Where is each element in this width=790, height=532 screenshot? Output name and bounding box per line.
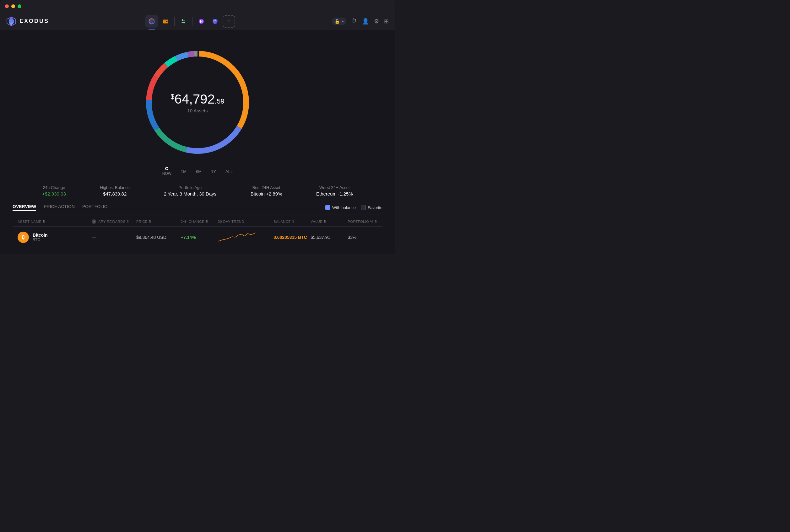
with-balance-checkbox[interactable]: ✓: [325, 205, 330, 210]
tabs: OVERVIEW PRICE ACTION PORTFOLIO: [13, 204, 108, 211]
time-selector: NOW 1M 6M 1Y ALL: [162, 167, 233, 176]
shield-icon: [212, 18, 219, 25]
svg-point-8: [215, 20, 216, 21]
donut-chart: $64,792.59 10 Assets: [138, 43, 257, 162]
stat-best-24h: Best 24H Asset Bitcoin +2.89%: [250, 185, 282, 196]
minimize-button[interactable]: [11, 4, 15, 8]
asset-cell-btc: ₿ Bitcoin BTC: [18, 232, 92, 243]
btc-icon: ₿: [18, 232, 29, 243]
nav-wallet[interactable]: [159, 15, 172, 27]
nav-shield[interactable]: [209, 15, 221, 27]
nav-portfolio[interactable]: [145, 15, 158, 27]
sort-apy-icon: ⇅: [127, 220, 129, 223]
assets-count: 10 Assets: [170, 108, 224, 113]
sort-portfolio-icon: ⇅: [375, 220, 377, 223]
stat-highest-value: $47,839.82: [100, 191, 130, 196]
stat-worst-label: Worst 24H Asset: [316, 185, 353, 190]
tab-overview[interactable]: OVERVIEW: [13, 204, 36, 211]
filter-with-balance[interactable]: ✓ With balance: [325, 205, 356, 210]
profile-icon[interactable]: 👤: [362, 18, 369, 25]
btc-sparkline: [218, 230, 274, 244]
btc-name-group: Bitcoin BTC: [33, 232, 48, 242]
stats-row: 24h Change +$2,930.03 Highest Balance $4…: [13, 185, 382, 196]
tabs-row: OVERVIEW PRICE ACTION PORTFOLIO ✓ With b…: [13, 204, 382, 214]
nav-right: 🔒 ● ⏱ 👤 ⚙ ⊞: [332, 18, 389, 25]
toggle-switch: ●: [342, 19, 344, 23]
th-portfolio[interactable]: PORTFOLIO % ⇅: [347, 220, 377, 224]
donut-center-text: $64,792.59 10 Assets: [170, 92, 224, 113]
stat-24h-value: +$2,930.03: [42, 191, 66, 196]
stat-24h-label: 24h Change: [42, 185, 66, 190]
th-asset-name[interactable]: ASSET NAME ⇅: [18, 220, 92, 224]
currency-symbol: $: [170, 93, 174, 100]
svg-marker-2: [9, 17, 14, 20]
checkmark-icon: ✓: [326, 206, 329, 209]
time-dot-circle: [165, 167, 168, 170]
nft-icon: [198, 18, 205, 25]
stat-age-value: 2 Year, 3 Month, 30 Days: [164, 191, 217, 196]
stat-highest-balance: Highest Balance $47,839.82: [100, 185, 130, 196]
btc-balance: 0.60205315 BTC: [274, 235, 311, 240]
filter-favorite[interactable]: Favorite: [361, 205, 382, 210]
favorite-checkbox[interactable]: [361, 205, 366, 210]
nav-center: +: [145, 15, 235, 27]
btc-portfolio: 33%: [347, 235, 377, 240]
sort-change-icon: ⇅: [206, 220, 208, 223]
th-value[interactable]: VALUE ⇅: [311, 220, 347, 224]
with-balance-label: With balance: [332, 205, 356, 210]
th-30day-trend: 30 DAY TREND: [218, 220, 274, 224]
time-now-label: NOW: [162, 171, 171, 176]
close-button[interactable]: [5, 4, 9, 8]
btc-symbol: ₿: [22, 234, 24, 240]
svg-rect-6: [166, 21, 168, 22]
btc-value: $5,637.91: [311, 235, 347, 240]
wallet-icon: [162, 18, 169, 25]
sort-balance-icon: ⇅: [292, 220, 295, 223]
btc-apy: —: [92, 235, 136, 240]
sort-value-icon: ⇅: [324, 220, 326, 223]
top-nav: EXODUS: [0, 13, 395, 30]
exodus-logo-icon: [6, 16, 16, 26]
btc-ticker: BTC: [33, 238, 48, 242]
stat-best-label: Best 24H Asset: [250, 185, 282, 190]
btc-change: +7.14%: [181, 235, 218, 240]
th-balance[interactable]: BALANCE ⇅: [274, 220, 311, 224]
table-row[interactable]: ₿ Bitcoin BTC — $9,364.48 USD +7.14% 0.6…: [13, 226, 382, 248]
btc-price: $9,364.48 USD: [136, 235, 181, 240]
nav-add-button[interactable]: +: [223, 15, 235, 27]
th-price[interactable]: PRICE ⇅: [136, 220, 181, 224]
lock-icon: 🔒: [334, 19, 340, 24]
main-content: $64,792.59 10 Assets NOW 1M 6M 1Y ALL 24…: [0, 30, 395, 254]
table-header: ASSET NAME ⇅ ? APY REWARDS ⇅ PRICE ⇅ 24H…: [13, 217, 382, 226]
tab-price-action[interactable]: PRICE ACTION: [44, 204, 75, 211]
th-apy-rewards[interactable]: ? APY REWARDS ⇅: [92, 220, 136, 224]
nav-nft[interactable]: [195, 15, 208, 27]
svg-marker-3: [9, 23, 14, 26]
btc-name: Bitcoin: [33, 232, 48, 238]
chart-area: $64,792.59 10 Assets NOW 1M 6M 1Y ALL: [13, 36, 382, 179]
stat-worst-24h: Worst 24H Asset Ethereum -1,25%: [316, 185, 353, 196]
maximize-button[interactable]: [18, 4, 21, 8]
apps-icon[interactable]: ⊞: [384, 18, 389, 25]
tab-portfolio[interactable]: PORTFOLIO: [82, 204, 108, 211]
time-6m[interactable]: 6M: [196, 169, 202, 174]
title-bar: [0, 0, 395, 13]
portfolio-icon: [148, 18, 155, 25]
logo: EXODUS: [6, 16, 49, 26]
time-all[interactable]: ALL: [225, 169, 233, 174]
history-icon[interactable]: ⏱: [351, 18, 357, 24]
time-1y[interactable]: 1Y: [211, 169, 216, 174]
stat-24h-change: 24h Change +$2,930.03: [42, 185, 66, 196]
favorite-label: Favorite: [368, 205, 382, 210]
stat-best-value: Bitcoin +2.89%: [250, 191, 282, 196]
tab-filters: ✓ With balance Favorite: [325, 205, 382, 210]
sort-asset-icon: ⇅: [43, 220, 45, 223]
time-1m[interactable]: 1M: [181, 169, 187, 174]
th-24h-change[interactable]: 24H CHANGE ⇅: [181, 220, 218, 224]
time-now[interactable]: NOW: [162, 167, 171, 176]
lock-toggle[interactable]: 🔒 ●: [332, 18, 346, 25]
nav-divider-2: [192, 17, 192, 26]
settings-icon[interactable]: ⚙: [374, 18, 379, 25]
exchange-icon: [180, 18, 187, 25]
nav-exchange[interactable]: [177, 15, 190, 27]
